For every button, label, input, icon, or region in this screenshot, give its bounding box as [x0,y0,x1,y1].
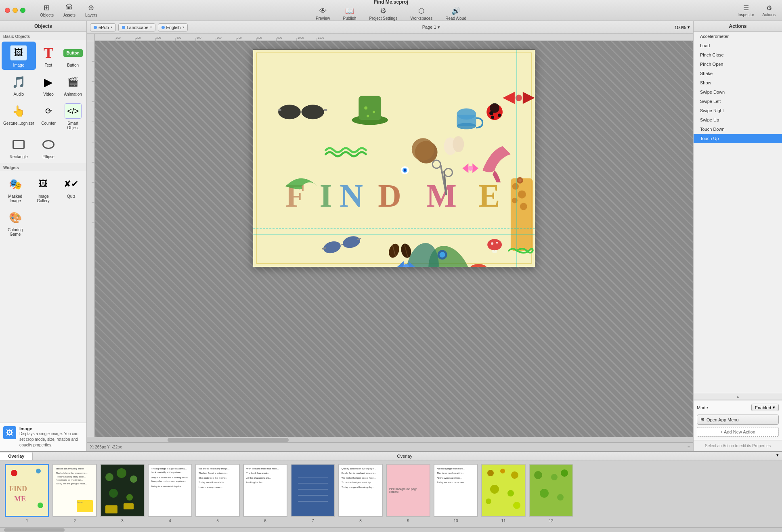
inspector-icon: ☰ [743,4,749,12]
svg-point-127 [117,468,126,478]
epub-dropdown[interactable]: ePub ▾ [90,23,116,31]
canvas-page[interactable]: F I N D M E [253,49,535,267]
filmstrip-scrollbar[interactable] [0,527,782,532]
action-swipe-down[interactable]: Swipe Down [694,88,782,97]
thumb-num-2: 2 [73,519,76,523]
svg-point-128 [130,475,137,483]
animation-icon: 🎬 [64,73,82,91]
objects-icon: ⊞ [44,3,50,12]
close-button[interactable] [5,8,10,13]
inspector-button[interactable]: ☰ Inspector [738,4,754,17]
actions-button[interactable]: ⚙ Actions [762,4,776,17]
svg-point-42 [302,105,324,119]
svg-point-41 [278,105,301,119]
coloring-game-icon: 🎨 [6,209,24,226]
workspaces-icon: ⬡ [418,6,425,15]
object-text[interactable]: T Text [37,42,61,70]
canvas-area: ePub ▾ Landscape ▾ English ▾ Page 1 ▾ 10… [87,21,693,451]
animation-label: Animation [64,92,82,96]
page-thumb-7[interactable]: 7 [291,464,335,524]
thumb-svg-12 [530,465,572,516]
landscape-dropdown[interactable]: Landscape ▾ [118,23,155,31]
svg-point-129 [109,489,118,498]
objects-nav-label: Objects [40,13,54,17]
page-thumb-5[interactable]: We like to find many things... The boy f… [195,464,240,524]
action-touch-down[interactable]: Touch Down [694,125,782,134]
thumb-num-1: 1 [26,519,28,523]
widget-masked-image[interactable]: 🎭 Masked Image [2,173,29,205]
widget-image-gallery[interactable]: 🖼 Image Gallery [29,173,57,205]
publish-button[interactable]: 📖 Publish [341,6,359,21]
page-thumb-9[interactable]: Pink background page content 9 [386,464,430,524]
action-shake[interactable]: Shake [694,69,782,78]
project-settings-button[interactable]: ⚙ Project Settings [367,6,400,21]
language-dot [161,26,165,29]
page-thumb-1[interactable]: FIND ME 1 [5,464,49,524]
action-pinch-open[interactable]: Pinch Open [694,60,782,69]
ruler-v-svg [87,41,95,437]
svg-point-150 [561,469,568,477]
action-accelerometer[interactable]: Accelerometer [694,32,782,41]
object-rectangle[interactable]: Rectangle [2,133,36,161]
svg-point-151 [540,489,549,498]
object-ellipse[interactable]: Ellipse [37,133,61,161]
image-gallery-icon: 🖼 [34,175,52,193]
horizontal-scrollbar[interactable] [87,437,693,442]
object-button[interactable]: Button Button [61,42,85,70]
svg-text:200: 200 [136,36,141,39]
page-thumb-2[interactable]: This is an amazing story The kids love t… [52,464,97,524]
svg-point-89 [491,242,493,245]
svg-point-53 [491,115,494,119]
page-thumb-3[interactable]: 3 [100,464,145,524]
language-dropdown[interactable]: English ▾ [158,23,188,31]
action-swipe-left[interactable]: Swipe Left [694,97,782,106]
action-pinch-close[interactable]: Pinch Close [694,50,782,60]
zoom-control[interactable]: 100% ▾ [675,25,690,30]
filmstrip-collapse[interactable]: ▾ [776,452,782,460]
read-aloud-button[interactable]: 🔊 Read Aloud [443,6,469,21]
maximize-button[interactable] [20,8,25,13]
layers-nav[interactable]: ⊕ Layers [83,2,100,18]
page-thumb-4[interactable]: Finding things is a great activity... Lo… [148,464,192,524]
action-show[interactable]: Show [694,78,782,88]
filmstrip-tab-overlay-left[interactable]: Overlay [0,452,33,460]
page-thumb-11[interactable]: 11 [481,464,526,524]
action-load[interactable]: Load [694,41,782,50]
mode-select[interactable]: Enabled ▾ [751,404,779,411]
object-animation[interactable]: 🎬 Animation [61,71,85,99]
workspaces-button[interactable]: ⬡ Workspaces [408,6,435,21]
objects-nav[interactable]: ⊞ Objects [38,2,56,18]
title-bar: ⊞ Objects 🏛 Assets ⊕ Layers Find Me.scpr… [0,0,782,21]
action-swipe-up[interactable]: Swipe Up [694,115,782,125]
thumb-img-6: With text and more text here... The book… [243,464,287,517]
thumb-num-6: 6 [264,519,266,523]
page-thumb-10[interactable]: An extra page with more... This is so mu… [434,464,478,524]
preview-button[interactable]: 👁 Preview [313,6,333,21]
add-action-button[interactable]: + Add New Action [697,427,779,437]
svg-point-130 [126,494,133,501]
svg-point-145 [486,498,491,504]
page-thumb-6[interactable]: With text and more text here... The book… [243,464,287,524]
action-swipe-right[interactable]: Swipe Right [694,106,782,115]
widget-coloring-game[interactable]: 🎨 Coloring Game [2,206,29,239]
svg-point-143 [490,485,499,494]
minimize-button[interactable] [13,8,18,13]
object-counter[interactable]: ⟳ Counter [37,100,61,132]
text-label: Text [45,63,52,67]
canvas-illustration: F I N D M E [253,50,535,267]
widget-quiz[interactable]: ✘✔ Quiz [58,173,85,205]
action-touch-up[interactable]: Touch Up [694,134,782,143]
object-video[interactable]: ▶ Video [37,71,61,99]
svg-point-90 [496,242,498,244]
svg-rect-133 [292,465,334,516]
quiz-icon: ✘✔ [62,175,80,193]
object-image[interactable]: 🖼 Image [2,42,36,70]
open-app-menu-button[interactable]: ⊞ Open App Menu [697,415,779,425]
object-smart[interactable]: </> Smart Object [61,100,85,132]
thumb-text-9: Pink background page content [387,465,430,516]
object-audio[interactable]: 🎵 Audio [2,71,36,99]
assets-nav[interactable]: 🏛 Assets [61,3,78,18]
page-thumb-12[interactable]: 12 [529,464,573,524]
page-thumb-8[interactable]: Quality content on every page... Really … [338,464,383,524]
object-gesture[interactable]: 👆 Gesture...ognizer [2,100,36,132]
